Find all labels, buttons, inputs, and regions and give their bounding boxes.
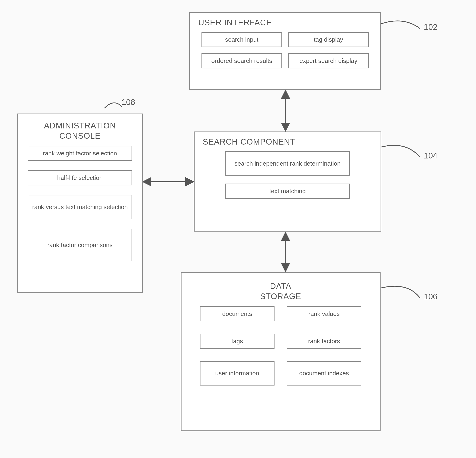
ref-search: 104 [424, 151, 437, 160]
data-storage-title-text: DATA STORAGE [254, 281, 307, 301]
rank-values-box: rank values [287, 306, 361, 321]
ordered-search-results-box: ordered search results [202, 53, 282, 68]
expert-search-display-box: expert search display [288, 53, 369, 68]
data-storage-title: DATA STORAGE [181, 281, 380, 301]
search-input-box: search input [202, 32, 282, 47]
user-information-box: user information [200, 361, 274, 386]
diagram-canvas: 102 104 106 108 USER INTERFACE search in… [0, 0, 476, 458]
administration-console-title: ADMINISTRATION CONSOLE [18, 121, 142, 141]
rank-weight-factor-selection-box: rank weight factor selection [28, 146, 132, 161]
search-component-items: search independent rank determination te… [195, 151, 381, 207]
ref-admin: 108 [121, 97, 135, 107]
half-life-selection-box: half-life selection [28, 170, 132, 185]
search-component-block: SEARCH COMPONENT search independent rank… [194, 132, 381, 231]
rank-vs-text-matching-box: rank versus text matching selection [28, 195, 132, 219]
document-indexes-box: document indexes [287, 361, 361, 386]
search-component-title: SEARCH COMPONENT [203, 137, 381, 146]
rank-factors-box: rank factors [287, 334, 361, 349]
administration-console-title-text: ADMINISTRATION CONSOLE [37, 121, 123, 141]
user-interface-title: USER INTERFACE [198, 18, 380, 27]
text-matching-box: text matching [225, 184, 350, 199]
tag-display-box: tag display [288, 32, 369, 47]
user-interface-block: USER INTERFACE search input tag display … [189, 12, 381, 90]
data-storage-block: DATA STORAGE documents rank values tags … [181, 272, 381, 431]
documents-box: documents [200, 306, 274, 321]
rank-factor-comparisons-box: rank factor comparisons [28, 229, 132, 261]
administration-console-block: ADMINISTRATION CONSOLE rank weight facto… [17, 114, 143, 293]
tags-box: tags [200, 334, 274, 349]
user-interface-items: search input tag display ordered search … [190, 32, 380, 77]
ref-ui: 102 [424, 22, 437, 32]
ref-data: 106 [424, 292, 437, 301]
administration-console-items: rank weight factor selection half-life s… [18, 146, 142, 270]
search-independent-rank-box: search independent rank determination [225, 151, 350, 176]
data-storage-items: documents rank values tags rank factors … [181, 306, 380, 394]
